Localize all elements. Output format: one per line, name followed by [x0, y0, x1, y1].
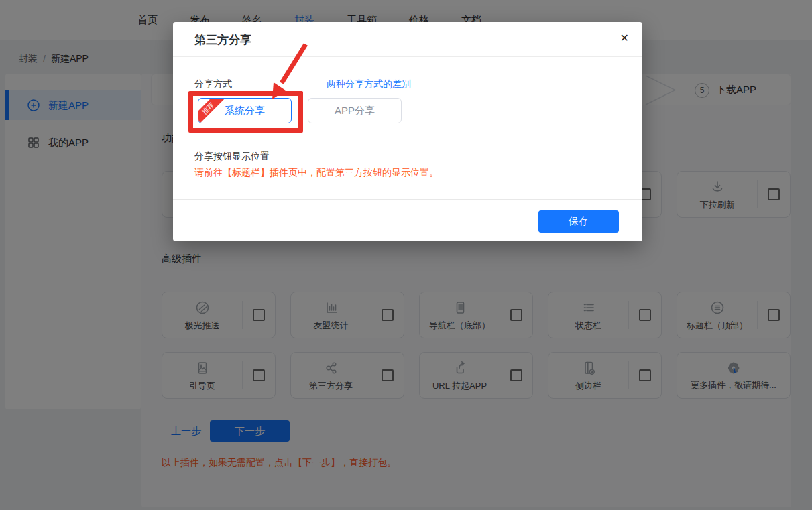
app-packaging-page: 首页 发布 签名 封装 工具箱 价格 文档 封装 / 新建APP 新建APP 我…: [0, 0, 812, 510]
share-button-position-label: 分享按钮显示位置: [194, 151, 270, 163]
save-button[interactable]: 保存: [538, 210, 619, 233]
third-party-share-dialog: 第三方分享 ✕ 分享方式 两种分享方式的差别 推荐 系统分享 APP分享 分享按…: [173, 22, 642, 241]
option-system-share[interactable]: 推荐 系统分享: [198, 98, 292, 123]
dialog-title: 第三方分享: [194, 32, 251, 48]
share-method-options: 推荐 系统分享 APP分享: [198, 98, 402, 123]
dialog-header: 第三方分享 ✕: [173, 22, 642, 57]
option-label: 系统分享: [225, 105, 265, 117]
recommended-badge: 推荐: [198, 98, 226, 123]
share-method-diff-link[interactable]: 两种分享方式的差别: [327, 78, 411, 90]
option-label: APP分享: [335, 105, 375, 117]
dialog-footer: 保存: [173, 199, 642, 241]
share-method-label: 分享方式: [194, 78, 232, 90]
option-app-share[interactable]: APP分享: [308, 98, 402, 123]
close-icon[interactable]: ✕: [620, 31, 629, 45]
share-button-position-note: 请前往【标题栏】插件页中，配置第三方按钮的显示位置。: [194, 167, 439, 179]
